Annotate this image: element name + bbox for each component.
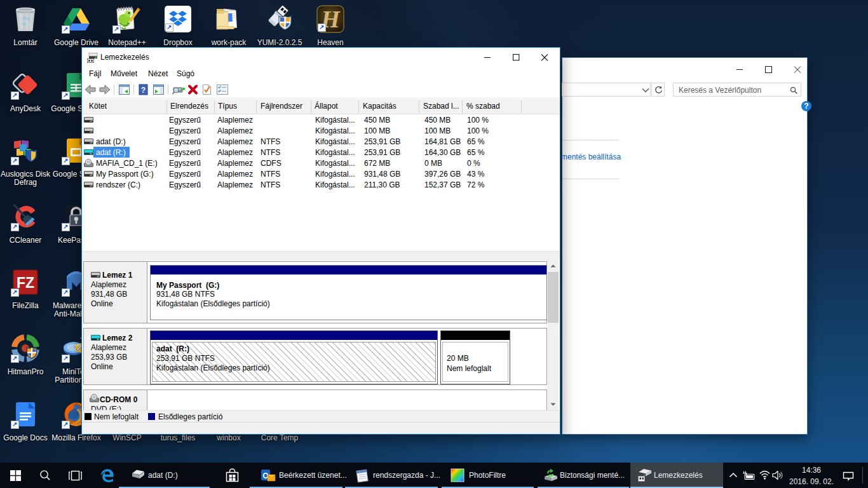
svg-text:FZ: FZ xyxy=(17,274,34,291)
svg-text:?: ? xyxy=(141,86,146,95)
